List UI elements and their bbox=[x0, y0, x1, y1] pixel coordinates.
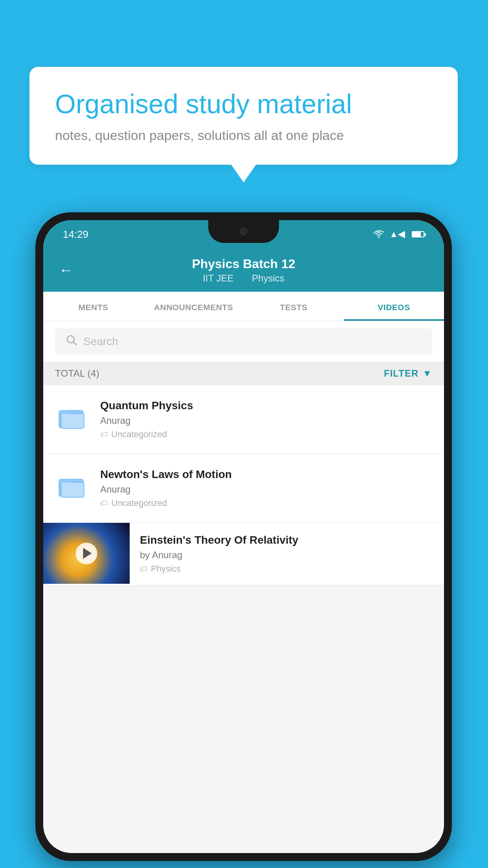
list-item[interactable]: Einstein's Theory Of Relativity by Anura… bbox=[43, 523, 444, 585]
filter-label: FILTER bbox=[384, 368, 418, 379]
speech-bubble: Organised study material notes, question… bbox=[29, 67, 458, 165]
search-placeholder: Search bbox=[83, 335, 118, 348]
item-author: by Anurag bbox=[140, 550, 434, 561]
tab-announcements[interactable]: ANNOUNCEMENTS bbox=[143, 292, 244, 321]
status-icons: ▲◀ bbox=[374, 229, 424, 239]
content-list: Quantum Physics Anurag 🏷 Uncategorized bbox=[43, 385, 444, 585]
header-subtitle-iitjee: IIT JEE bbox=[203, 273, 233, 283]
item-title: Quantum Physics bbox=[100, 399, 432, 412]
total-count: TOTAL (4) bbox=[55, 368, 99, 379]
tab-tests[interactable]: TESTS bbox=[244, 292, 344, 321]
header-title: Physics Batch 12 bbox=[192, 257, 295, 271]
play-triangle-icon bbox=[83, 548, 92, 559]
item-text: Quantum Physics Anurag 🏷 Uncategorized bbox=[100, 399, 432, 440]
filter-button[interactable]: FILTER ▼ bbox=[384, 368, 432, 379]
header-subtitle-physics: Physics bbox=[252, 273, 284, 283]
item-author: Anurag bbox=[100, 415, 432, 426]
item-text: Newton's Laws of Motion Anurag 🏷 Uncateg… bbox=[100, 468, 432, 508]
phone-wrapper: 14:29 ▲◀ bbox=[35, 212, 452, 861]
status-bar: 14:29 ▲◀ bbox=[43, 220, 444, 248]
filter-bar: TOTAL (4) FILTER ▼ bbox=[43, 362, 444, 385]
bubble-title: Organised study material bbox=[55, 88, 432, 119]
video-thumbnail bbox=[43, 523, 130, 584]
item-title: Newton's Laws of Motion bbox=[100, 468, 432, 481]
signal-icon: ▲◀ bbox=[389, 229, 405, 239]
search-icon bbox=[66, 335, 77, 348]
tab-videos[interactable]: VIDEOS bbox=[344, 292, 444, 321]
notch bbox=[208, 220, 279, 243]
folder-icon-wrap bbox=[55, 470, 88, 503]
header-title-group: Physics Batch 12 IIT JEE Physics bbox=[192, 257, 295, 284]
list-item[interactable]: Newton's Laws of Motion Anurag 🏷 Uncateg… bbox=[43, 454, 444, 523]
tag-icon: 🏷 bbox=[100, 499, 108, 508]
svg-line-1 bbox=[73, 342, 76, 345]
item-title: Einstein's Theory Of Relativity bbox=[140, 534, 434, 546]
item-tag: 🏷 Physics bbox=[140, 564, 434, 574]
search-box[interactable]: Search bbox=[55, 328, 432, 355]
tag-label: Uncategorized bbox=[111, 498, 167, 508]
search-container: Search bbox=[43, 321, 444, 362]
camera-dot bbox=[240, 228, 248, 235]
folder-icon-wrap bbox=[55, 401, 88, 434]
item-author: Anurag bbox=[100, 484, 432, 495]
app-header: ← Physics Batch 12 IIT JEE Physics bbox=[43, 248, 444, 292]
tab-ments[interactable]: MENTS bbox=[43, 292, 143, 321]
tag-icon: 🏷 bbox=[100, 430, 108, 439]
header-subtitle: IIT JEE Physics bbox=[192, 273, 295, 284]
wifi-icon bbox=[374, 229, 384, 239]
item-tag: 🏷 Uncategorized bbox=[100, 429, 432, 440]
tag-icon: 🏷 bbox=[140, 565, 148, 574]
phone-screen: 14:29 ▲◀ bbox=[43, 220, 444, 853]
tag-label: Uncategorized bbox=[111, 429, 167, 440]
filter-icon: ▼ bbox=[422, 368, 432, 379]
bubble-subtitle: notes, question papers, solutions all at… bbox=[55, 128, 432, 143]
play-button-overlay[interactable] bbox=[76, 542, 97, 564]
status-time: 14:29 bbox=[63, 228, 88, 241]
back-button[interactable]: ← bbox=[59, 262, 73, 278]
video-item-text: Einstein's Theory Of Relativity by Anura… bbox=[130, 523, 444, 585]
phone-frame: 14:29 ▲◀ bbox=[35, 212, 452, 861]
tabs-bar: MENTS ANNOUNCEMENTS TESTS VIDEOS bbox=[43, 292, 444, 321]
item-tag: 🏷 Uncategorized bbox=[100, 498, 432, 508]
battery-icon bbox=[412, 231, 424, 237]
list-item[interactable]: Quantum Physics Anurag 🏷 Uncategorized bbox=[43, 385, 444, 454]
tag-label: Physics bbox=[151, 564, 181, 574]
